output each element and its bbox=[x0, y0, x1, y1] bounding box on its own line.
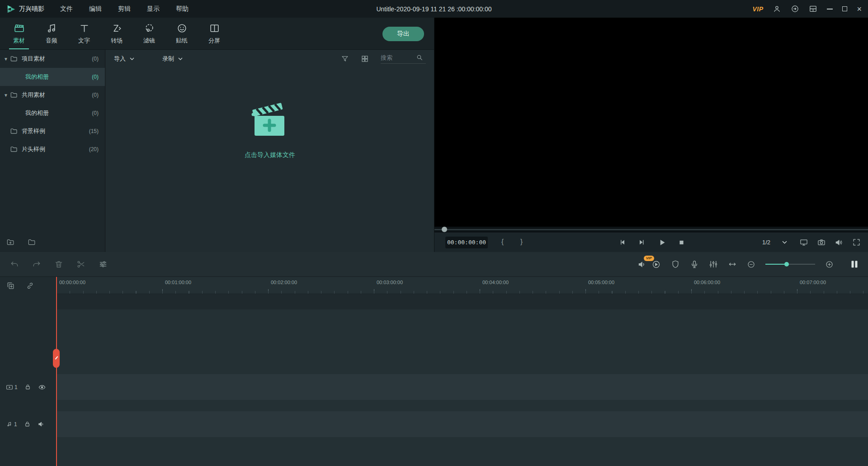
record-label: 录制 bbox=[162, 55, 174, 63]
render-preview-group: VIP bbox=[637, 260, 661, 269]
preview-seekbar[interactable] bbox=[434, 227, 868, 232]
grid-view-icon[interactable] bbox=[361, 55, 369, 63]
video-track-lane[interactable] bbox=[57, 374, 868, 400]
link-clips-icon[interactable] bbox=[26, 281, 34, 290]
ruler-timecode: 00:05:00:00 bbox=[588, 280, 614, 285]
expand-arrow-icon[interactable]: ▼ bbox=[4, 93, 10, 98]
play-button[interactable] bbox=[658, 238, 666, 247]
tab-media[interactable]: 素材 bbox=[3, 18, 35, 49]
previous-frame-button[interactable] bbox=[618, 238, 626, 246]
track-header-column: 1 1 bbox=[0, 277, 57, 466]
tab-sticker[interactable]: 贴纸 bbox=[165, 18, 198, 49]
filter-icon bbox=[144, 23, 155, 34]
render-preview-icon[interactable] bbox=[651, 260, 661, 269]
tab-transition[interactable]: 转场 bbox=[100, 18, 133, 49]
audio-track-lane[interactable] bbox=[57, 411, 868, 437]
cut-icon[interactable] bbox=[76, 260, 85, 269]
menu-help[interactable]: 帮助 bbox=[169, 0, 195, 18]
titlebar-right: VIP × bbox=[752, 5, 862, 13]
layout-switch-icon[interactable] bbox=[809, 5, 817, 13]
zoom-in-icon[interactable] bbox=[825, 260, 834, 269]
tab-text[interactable]: 文字 bbox=[68, 18, 100, 49]
tab-filter[interactable]: 滤镜 bbox=[133, 18, 165, 49]
stop-button[interactable] bbox=[678, 239, 684, 246]
properties-icon[interactable] bbox=[99, 260, 108, 269]
delete-folder-icon[interactable] bbox=[28, 238, 36, 247]
record-voiceover-icon[interactable] bbox=[690, 260, 699, 269]
lock-track-icon[interactable] bbox=[24, 384, 31, 390]
volume-icon[interactable] bbox=[835, 238, 844, 247]
media-sidebar: ▼ 项目素材 (0) 我的相册 (0) ▼ 共用素材 (0) 我的相册 (0) bbox=[0, 50, 105, 252]
app-name: 万兴喵影 bbox=[19, 5, 44, 13]
chevron-down-icon bbox=[782, 241, 787, 244]
feedback-icon[interactable] bbox=[791, 5, 799, 13]
toggle-panel-layout-icon[interactable] bbox=[849, 259, 860, 270]
expand-arrow-icon[interactable]: ▼ bbox=[4, 57, 10, 62]
undo-icon[interactable] bbox=[10, 260, 19, 269]
fullscreen-icon[interactable] bbox=[852, 238, 861, 247]
mute-track-icon[interactable] bbox=[38, 420, 45, 428]
sidebar-item-project-media[interactable]: ▼ 项目素材 (0) bbox=[0, 50, 105, 68]
display-device-icon[interactable] bbox=[799, 238, 808, 247]
delete-icon[interactable] bbox=[54, 260, 63, 269]
export-button[interactable]: 导出 bbox=[382, 27, 424, 41]
sidebar-item-intro-samples[interactable]: 片头样例 (20) bbox=[0, 140, 105, 158]
silence-detect-icon[interactable] bbox=[637, 260, 647, 269]
vip-button[interactable]: VIP bbox=[752, 5, 763, 13]
close-button[interactable]: × bbox=[857, 6, 862, 12]
menu-clip[interactable]: 剪辑 bbox=[111, 0, 137, 18]
seek-handle[interactable] bbox=[442, 227, 447, 232]
search-box[interactable] bbox=[381, 54, 426, 64]
filter-sort-icon[interactable] bbox=[341, 55, 349, 63]
titlebar-left: 万兴喵影 文件 编辑 剪辑 显示 帮助 bbox=[6, 0, 195, 18]
preview-screen[interactable] bbox=[434, 18, 868, 227]
sidebar-item-shared-media[interactable]: ▼ 共用素材 (0) bbox=[0, 86, 105, 104]
ruler-ticks bbox=[57, 289, 868, 294]
minimize-button[interactable] bbox=[827, 9, 833, 10]
slider-thumb[interactable] bbox=[784, 262, 789, 266]
maximize-button[interactable] bbox=[842, 6, 847, 11]
fit-timeline-icon[interactable] bbox=[728, 260, 737, 269]
next-frame-button[interactable] bbox=[638, 238, 646, 246]
new-folder-icon[interactable] bbox=[6, 238, 15, 247]
manage-tracks-icon[interactable] bbox=[6, 281, 15, 290]
import-dropdown[interactable]: 导入 bbox=[114, 55, 134, 63]
vip-badge: VIP bbox=[644, 256, 654, 261]
playhead-grip[interactable] bbox=[53, 349, 60, 368]
slider-fill bbox=[765, 264, 786, 265]
green-screen-icon[interactable] bbox=[671, 260, 680, 269]
menu-file[interactable]: 文件 bbox=[53, 0, 80, 18]
ruler-timecode: 00:01:00:00 bbox=[165, 280, 191, 285]
timeline-tracks-area[interactable]: 00:00:00:00 00:01:00:00 00:02:00:00 00:0… bbox=[57, 277, 868, 466]
tab-audio[interactable]: 音频 bbox=[35, 18, 68, 49]
timeline-zoom-slider[interactable] bbox=[765, 261, 815, 267]
search-input[interactable] bbox=[381, 54, 412, 61]
redo-icon[interactable] bbox=[32, 260, 41, 269]
audio-mixer-icon[interactable] bbox=[709, 260, 718, 269]
import-media-dropzone[interactable]: 点击导入媒体文件 bbox=[106, 100, 434, 159]
app-logo-icon bbox=[6, 4, 16, 14]
mark-in-button[interactable]: { bbox=[501, 238, 504, 245]
account-icon[interactable] bbox=[773, 5, 781, 13]
toggle-track-visibility-icon[interactable] bbox=[38, 383, 46, 391]
lock-track-icon[interactable] bbox=[24, 421, 31, 428]
ruler-timecode: 00:04:00:00 bbox=[482, 280, 509, 285]
menu-view[interactable]: 显示 bbox=[140, 0, 166, 18]
tab-split-screen[interactable]: 分屏 bbox=[198, 18, 231, 49]
tab-label: 音频 bbox=[46, 37, 57, 45]
snapshot-camera-icon[interactable] bbox=[817, 238, 826, 247]
tab-label: 素材 bbox=[13, 37, 25, 45]
sidebar-item-my-album[interactable]: 我的相册 (0) bbox=[0, 68, 105, 86]
mark-out-button[interactable]: } bbox=[520, 238, 523, 245]
sidebar-item-background-samples[interactable]: 背景样例 (15) bbox=[0, 122, 105, 140]
seek-track[interactable] bbox=[434, 229, 868, 230]
playhead-line[interactable] bbox=[56, 277, 57, 466]
playback-controls bbox=[618, 238, 684, 247]
preview-zoom-dropdown[interactable]: 1/2 bbox=[762, 239, 787, 246]
record-dropdown[interactable]: 录制 bbox=[162, 55, 183, 63]
media-panel: 导入 录制 bbox=[106, 50, 434, 252]
sidebar-item-my-album-2[interactable]: 我的相册 (0) bbox=[0, 104, 105, 122]
zoom-out-icon[interactable] bbox=[747, 260, 755, 269]
menu-edit[interactable]: 编辑 bbox=[82, 0, 108, 18]
timeline-ruler[interactable]: 00:00:00:00 00:01:00:00 00:02:00:00 00:0… bbox=[57, 277, 868, 294]
